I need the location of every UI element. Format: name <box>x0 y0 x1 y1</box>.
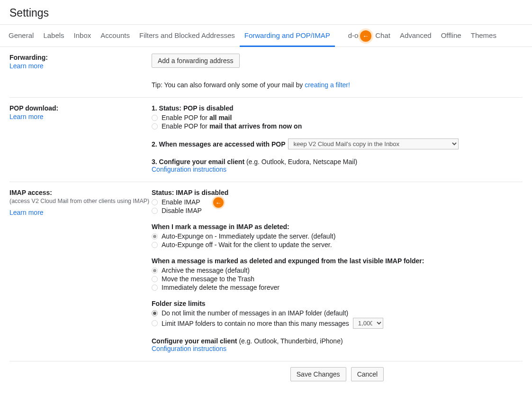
pop-configuration-instructions-link[interactable]: Configuration instructions <box>152 166 226 173</box>
forwarding-tip-text: Tip: You can also forward only some of y… <box>152 81 305 89</box>
forwarding-learn-more-link[interactable]: Learn more <box>9 62 44 70</box>
tab-labels[interactable]: Labels <box>38 25 69 46</box>
section-forwarding: Forwarding: Learn more Add a forwarding … <box>9 47 523 98</box>
imap-enable-radio[interactable] <box>152 199 158 205</box>
folder-limit-radio[interactable] <box>152 320 158 326</box>
tab-inbox[interactable]: Inbox <box>69 25 96 46</box>
tab-accounts[interactable]: Accounts <box>96 25 135 46</box>
imap-enable-label: Enable IMAP <box>162 198 200 206</box>
annotation-arrow-icon: ← <box>360 30 371 42</box>
pop-opt1-prefix: Enable POP for <box>162 114 209 121</box>
pop-configure-hint: (e.g. Outlook, Eudora, Netscape Mail) <box>246 158 357 166</box>
expunged-trash-radio[interactable] <box>152 276 158 282</box>
pop-enable-all-radio[interactable] <box>152 115 158 121</box>
imap-learn-more-link[interactable]: Learn more <box>9 209 44 216</box>
pop-opt2-prefix: Enable POP for <box>162 122 209 130</box>
pop-enable-all-label: Enable POP for all mail <box>162 114 232 121</box>
imap-expunged-heading: When a message is marked as deleted and … <box>152 257 523 265</box>
imap-status-label: Status: <box>152 189 176 196</box>
auto-expunge-on-radio[interactable] <box>152 233 158 240</box>
tab-offline[interactable]: Offline <box>436 25 466 46</box>
imap-status-value: IMAP is disabled <box>176 189 228 196</box>
pop-when-accessed-label: 2. When messages are accessed with POP <box>152 140 285 148</box>
folder-size-heading: Folder size limits <box>152 300 523 307</box>
imap-configure-line: Configure your email client (e.g. Outloo… <box>152 337 523 345</box>
expunged-delete-label: Immediately delete the message forever <box>162 284 280 291</box>
imap-subtext: (access V2 Cloud Mail from other clients… <box>9 197 152 206</box>
tab-general[interactable]: General <box>4 25 38 46</box>
expunged-delete-radio[interactable] <box>152 285 158 291</box>
forwarding-tip: Tip: You can also forward only some of y… <box>152 81 523 89</box>
pop-heading: POP download: <box>9 104 152 112</box>
pop-status-value: POP is disabled <box>183 104 234 112</box>
pop-configure-line: 3. Configure your email client (e.g. Out… <box>152 158 523 166</box>
pop-opt1-bold: all mail <box>209 114 232 121</box>
pop-enable-now-label: Enable POP for mail that arrives from no… <box>162 122 302 130</box>
pop-when-accessed-select[interactable]: keep V2 Cloud Mail's copy in the Inbox <box>288 138 459 149</box>
forwarding-heading: Forwarding: <box>9 54 152 61</box>
pop-learn-more-link[interactable]: Learn more <box>9 113 44 120</box>
pop-configure-label: 3. Configure your email client <box>152 158 246 166</box>
save-changes-button[interactable]: Save Changes <box>290 367 346 381</box>
tab-chat[interactable]: Chat <box>370 25 395 46</box>
add-forwarding-address-button[interactable]: Add a forwarding address <box>152 54 240 68</box>
settings-tabs: General Labels Inbox Accounts Filters an… <box>0 24 532 47</box>
imap-disable-label: Disable IMAP <box>162 207 202 214</box>
tab-filters[interactable]: Filters and Blocked Addresses <box>135 25 240 46</box>
page-title: Settings <box>0 0 532 24</box>
expunged-archive-label: Archive the message (default) <box>162 267 250 274</box>
folder-nolimit-label: Do not limit the number of messages in a… <box>162 309 348 317</box>
section-pop-download: POP download: Learn more 1. Status: POP … <box>9 98 523 182</box>
tab-advanced[interactable]: Advanced <box>395 25 436 46</box>
footer-buttons: Save Changes Cancel <box>142 361 532 391</box>
creating-filter-link[interactable]: creating a filter! <box>305 81 350 89</box>
imap-heading: IMAP access: <box>9 189 152 196</box>
expunged-trash-label: Move the message to the Trash <box>162 275 254 283</box>
pop-status-line: 1. Status: POP is disabled <box>152 104 523 112</box>
imap-deleted-heading: When I mark a message in IMAP as deleted… <box>152 223 523 231</box>
pop-status-label: 1. Status: <box>152 104 183 112</box>
cancel-button[interactable]: Cancel <box>351 367 384 381</box>
imap-configure-hint: (e.g. Outlook, Thunderbird, iPhone) <box>239 337 343 345</box>
tab-themes[interactable]: Themes <box>466 25 501 46</box>
auto-expunge-off-label: Auto-Expunge off - Wait for the client t… <box>162 241 332 249</box>
section-imap-access: IMAP access: (access V2 Cloud Mail from … <box>9 182 523 361</box>
imap-status-line: Status: IMAP is disabled <box>152 189 523 196</box>
pop-opt2-bold: mail that arrives from now on <box>209 122 302 130</box>
auto-expunge-off-radio[interactable] <box>152 242 158 248</box>
expunged-archive-radio[interactable] <box>152 267 158 274</box>
imap-configure-label: Configure your email client <box>152 337 239 345</box>
annotation-arrow-icon: ← <box>213 197 224 208</box>
folder-nolimit-radio[interactable] <box>152 310 158 316</box>
auto-expunge-on-label: Auto-Expunge on - Immediately update the… <box>162 232 335 240</box>
folder-limit-label: Limit IMAP folders to contain no more th… <box>162 320 349 327</box>
folder-limit-select[interactable]: 1,000 <box>353 318 383 329</box>
tab-forwarding-pop-imap[interactable]: Forwarding and POP/IMAP <box>240 25 335 47</box>
imap-disable-radio[interactable] <box>152 208 158 214</box>
imap-configuration-instructions-link[interactable]: Configuration instructions <box>152 345 226 352</box>
pop-enable-now-radio[interactable] <box>152 123 158 129</box>
